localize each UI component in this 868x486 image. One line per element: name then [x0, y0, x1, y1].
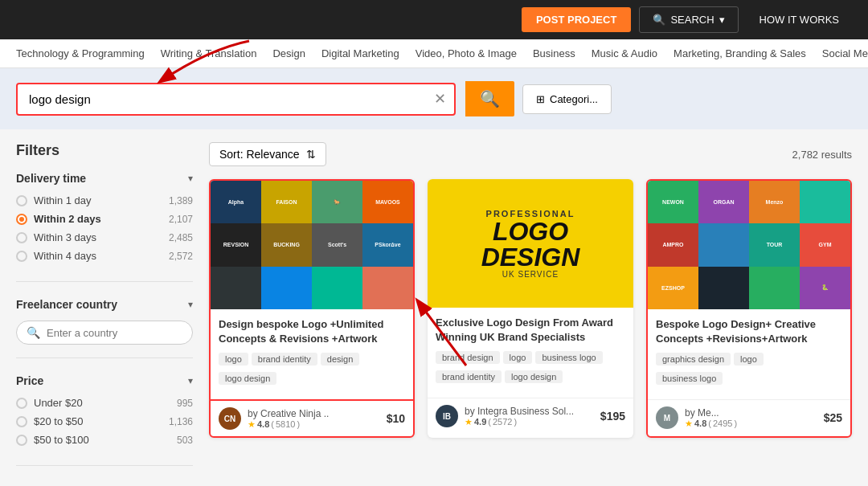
radio-2-days[interactable]	[16, 214, 27, 225]
price-under-20[interactable]: Under $20 995	[16, 397, 193, 409]
mosaic-cell: Scott's	[312, 223, 362, 266]
count-1-day: 1,389	[169, 195, 193, 206]
tag[interactable]: logo	[219, 353, 248, 366]
tag[interactable]: brand identity	[252, 353, 317, 366]
how-it-works-button[interactable]: HOW IT WORKS	[747, 7, 852, 32]
product-card-3[interactable]: NEWON ORGAN Menzo AMPRO TOUR GYM EZSHOP …	[646, 179, 852, 438]
radio-3-days[interactable]	[16, 232, 27, 243]
tag[interactable]: logo design	[219, 372, 276, 385]
product-card-1[interactable]: Alpha FAISON 🐎 MAVOOS REVSION BUCKING Sc…	[209, 179, 415, 438]
tag[interactable]: logo	[734, 353, 764, 366]
label-2-days: Within 2 days	[34, 213, 101, 225]
radio-50-100[interactable]	[16, 435, 27, 446]
sort-chevron-icon: ⇅	[306, 148, 316, 161]
search-area: ✕ 🔍 ⊞ Categori...	[0, 68, 868, 129]
delivery-within-1-day[interactable]: Within 1 day 1,389	[16, 194, 193, 206]
search-top-button[interactable]: 🔍 SEARCH ▾	[639, 6, 738, 33]
seller-name-1: by Creative Ninja ..	[248, 408, 380, 419]
mosaic-cell: MAVOOS	[362, 181, 413, 223]
mosaic-cell: FAISON	[261, 181, 312, 223]
grid-icon: ⊞	[536, 93, 545, 105]
seller-avatar-2: IB	[436, 405, 458, 427]
search-box: ✕	[16, 83, 456, 116]
seller-info-1: by Creative Ninja .. ★ 4.8 ( 5810 )	[248, 408, 380, 430]
radio-20-50[interactable]	[16, 416, 27, 427]
price-header[interactable]: Price ▾	[16, 374, 193, 387]
mosaic-cell: REVSION	[211, 223, 261, 266]
chevron-down-icon: ▾	[719, 14, 725, 26]
categories-button[interactable]: ⊞ Categori...	[522, 84, 612, 114]
delivery-within-3-days[interactable]: Within 3 days 2,485	[16, 231, 193, 243]
seller-name-2: by Integra Business Sol...	[465, 406, 594, 417]
rating-count-2: (	[488, 417, 491, 427]
products-header: Sort: Relevance ⇅ 2,782 results	[209, 142, 852, 166]
count-20-50: 1,136	[169, 416, 193, 427]
color-cell: Menzo	[749, 181, 800, 223]
count-50-100: 503	[177, 435, 193, 446]
star-icon: ★	[685, 419, 693, 429]
product-image-2: PROFESSIONAL LOGODESIGN UK SERVICE	[428, 179, 633, 308]
rating-count-close-3: )	[734, 419, 737, 428]
country-search-input[interactable]	[47, 327, 182, 339]
product-card-2[interactable]: PROFESSIONAL LOGODESIGN UK SERVICE Exclu…	[428, 179, 633, 438]
seller-avatar-3: M	[656, 406, 678, 429]
cat-nav-writing[interactable]: Writing & Translation	[161, 47, 257, 59]
reviews-count-2: 2572	[493, 417, 512, 427]
search-go-button[interactable]: 🔍	[465, 81, 514, 116]
delivery-within-2-days[interactable]: Within 2 days 2,107	[16, 213, 193, 225]
color-cell	[800, 181, 850, 223]
tag[interactable]: logo design	[505, 370, 563, 383]
cat-nav-marketing[interactable]: Marketing, Branding & Sales	[674, 47, 806, 59]
filters-title: Filters	[16, 142, 193, 159]
color-cell: TOUR	[749, 223, 800, 266]
freelancer-country-header[interactable]: Freelancer country ▾	[16, 298, 193, 311]
cat-nav-design[interactable]: Design	[272, 47, 305, 59]
freelancer-country-filter: Freelancer country ▾ 🔍	[16, 298, 193, 358]
tag[interactable]: graphics design	[656, 353, 731, 366]
cat-nav-digital[interactable]: Digital Marketing	[321, 47, 399, 59]
search-top-label: SEARCH	[670, 14, 714, 26]
price-20-50[interactable]: $20 to $50 1,136	[16, 415, 193, 427]
color-cell	[698, 267, 749, 309]
color-cell: 🐍	[800, 267, 850, 309]
seller-info-3: by Me... ★ 4.8 ( 2495 )	[685, 407, 817, 429]
product-price-2: $195	[600, 410, 625, 423]
cat-nav-music[interactable]: Music & Audio	[592, 47, 657, 59]
cat-nav-technology[interactable]: Technology & Programming	[16, 47, 145, 59]
reviews-count-1: 5810	[276, 419, 295, 429]
product-tags-2b: brand identity logo design	[436, 370, 625, 383]
product-info-3: Bespoke Logo Design+ Creative Concepts +…	[648, 309, 850, 399]
mosaic-cell: 🐎	[312, 181, 362, 223]
sort-select[interactable]: Sort: Relevance ⇅	[209, 142, 326, 166]
label-20-50: $20 to $50	[34, 415, 83, 427]
product-footer-2: IB by Integra Business Sol... ★ 4.9 ( 25…	[428, 398, 633, 434]
tag[interactable]: business logo	[656, 372, 723, 385]
seller-avatar-1: CN	[219, 407, 241, 430]
search-input[interactable]	[18, 84, 426, 114]
cat-nav-video[interactable]: Video, Photo & Image	[416, 47, 517, 59]
tag[interactable]: business logo	[535, 351, 602, 364]
radio-1-day[interactable]	[16, 195, 27, 206]
mosaic-cell	[312, 267, 362, 309]
count-2-days: 2,107	[169, 214, 193, 225]
price-50-100[interactable]: $50 to $100 503	[16, 434, 193, 446]
radio-under-20[interactable]	[16, 398, 27, 409]
cat-nav-business[interactable]: Business	[533, 47, 575, 59]
rating-value-2: 4.9	[474, 417, 486, 427]
country-search-box: 🔍	[16, 321, 193, 345]
color-cell: EZSHOP	[648, 267, 698, 309]
color-cell	[749, 267, 800, 309]
search-clear-button[interactable]: ✕	[426, 90, 454, 108]
delivery-time-header[interactable]: Delivery time ▾	[16, 172, 193, 185]
tag[interactable]: brand design	[436, 351, 500, 364]
delivery-within-4-days[interactable]: Within 4 days 2,572	[16, 250, 193, 262]
main-content: Filters Delivery time ▾ Within 1 day 1,3…	[0, 129, 868, 486]
tag[interactable]: logo	[503, 351, 533, 364]
categories-label: Categori...	[550, 93, 598, 105]
post-project-button[interactable]: POST PROJECT	[522, 7, 631, 32]
tag[interactable]: design	[321, 353, 359, 366]
color-cell: GYM	[800, 223, 850, 266]
cat-nav-social[interactable]: Social Media	[822, 47, 868, 59]
tag[interactable]: brand identity	[436, 370, 502, 383]
radio-4-days[interactable]	[16, 251, 27, 262]
